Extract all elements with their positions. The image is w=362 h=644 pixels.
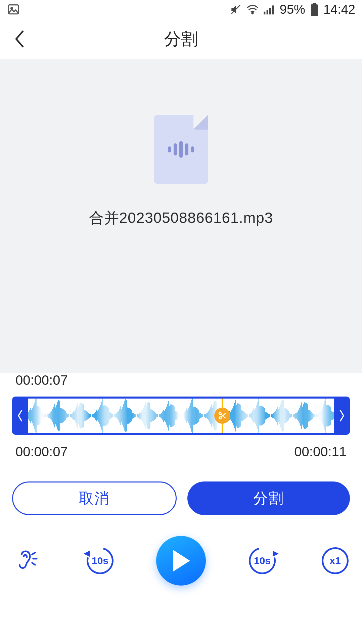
angle-left-icon (17, 409, 23, 422)
svg-marker-327 (272, 551, 278, 557)
photo-icon (7, 3, 20, 16)
status-left (7, 3, 20, 16)
waveform-section: 00:00:07 (0, 373, 362, 459)
split-button[interactable]: 分割 (187, 481, 350, 515)
waveform-graphic (28, 399, 334, 433)
svg-line-324 (32, 563, 35, 565)
svg-rect-6 (269, 8, 271, 14)
play-icon (172, 550, 190, 571)
marker-timestamp: 00:00:07 (15, 373, 350, 388)
forward-icon: 10s (244, 542, 280, 579)
wifi-icon (246, 4, 259, 14)
file-fold-corner (193, 115, 208, 130)
forward-label: 10s (254, 555, 270, 566)
scissors-icon (218, 411, 227, 420)
status-bar: 95% 14:42 (0, 0, 362, 19)
speed-button[interactable]: x1 (318, 544, 352, 578)
audio-wave-icon (168, 141, 194, 158)
range-timestamps: 00:00:07 00:00:11 (12, 444, 350, 459)
ear-icon (14, 548, 39, 573)
svg-rect-9 (311, 4, 318, 16)
range-end-time: 00:00:11 (294, 444, 347, 459)
rewind-label: 10s (91, 555, 108, 566)
svg-rect-5 (267, 10, 268, 14)
playback-controls: 10s 10s x1 (0, 536, 362, 586)
battery-percent: 95% (280, 2, 305, 17)
cancel-button[interactable]: 取消 (12, 481, 177, 515)
svg-point-3 (252, 12, 253, 14)
waveform-right-handle[interactable] (334, 397, 350, 435)
svg-marker-325 (84, 551, 90, 557)
listen-button[interactable] (10, 544, 44, 578)
speed-icon: x1 (322, 547, 349, 574)
play-button[interactable] (156, 536, 206, 586)
cancel-label: 取消 (79, 489, 110, 508)
audio-file-icon (154, 115, 208, 184)
file-preview-area: 合并20230508866161.mp3 (0, 59, 362, 373)
speed-label: x1 (329, 555, 341, 566)
waveform-left-handle[interactable] (12, 397, 28, 435)
rewind-10s-button[interactable]: 10s (83, 544, 117, 578)
status-right: 95% 14:42 (230, 2, 355, 17)
chevron-left-icon (13, 30, 26, 48)
waveform-container[interactable] (12, 397, 350, 435)
signal-icon (264, 4, 275, 14)
rewind-icon: 10s (82, 542, 118, 579)
waveform-track[interactable] (28, 399, 334, 433)
svg-rect-8 (313, 3, 316, 4)
forward-10s-button[interactable]: 10s (245, 544, 279, 578)
mute-icon (230, 4, 241, 15)
svg-marker-326 (173, 550, 190, 571)
action-buttons: 取消 分割 (0, 481, 362, 515)
svg-rect-7 (272, 5, 274, 14)
svg-rect-0 (8, 5, 18, 14)
battery-icon (310, 3, 319, 16)
split-marker-handle[interactable] (214, 408, 230, 424)
filename-label: 合并20230508866161.mp3 (89, 208, 273, 228)
range-start-time: 00:00:07 (15, 444, 68, 459)
svg-rect-4 (264, 12, 265, 14)
split-label: 分割 (253, 489, 284, 508)
page-title: 分割 (164, 28, 198, 50)
angle-right-icon (339, 409, 345, 422)
app-header: 分割 (0, 19, 362, 59)
svg-line-322 (32, 552, 35, 554)
back-button[interactable] (11, 31, 28, 47)
clock-time: 14:42 (323, 2, 355, 17)
